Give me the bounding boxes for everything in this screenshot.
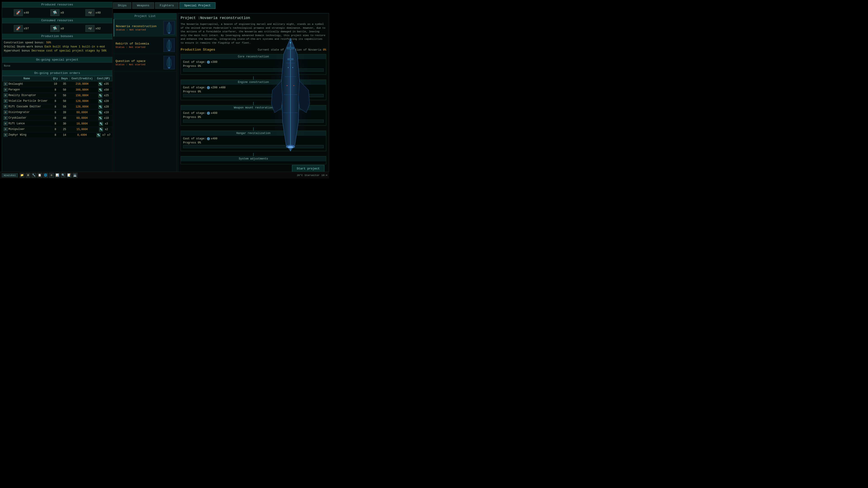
metal-icon [207,111,210,115]
consumed-count-3: x92 [95,27,101,30]
ongoing-special-project-section: On-going special project None [2,57,112,69]
table-row[interactable]: ⚙Disintegrator 8 39 60,000¢ 🔩 x10 [2,109,112,115]
taskbar-location: Starsector [305,174,320,177]
item-icon: ⚙ [4,99,8,103]
taskbar-app-4[interactable]: 📋 [37,173,42,178]
taskbar-app-9[interactable]: 📝 [67,173,72,178]
ship-icon-1: 🚀 [14,9,23,16]
left-panel: Produced resources 🚀 x40 🛸 x0 🛩 x40 Cons… [2,2,113,176]
taskbar-app-7[interactable]: 📊 [55,173,60,178]
production-orders-section: On-going production orders Name Qty Days… [2,70,112,138]
list-item[interactable]: Novaeria reconstruction Status : Not sta… [114,19,177,37]
col-cost-credits: Cost(Credits) [69,76,95,81]
list-item[interactable]: Question of space Status : Not started [114,54,177,71]
col-days: Days [59,76,69,81]
bonus-value-2: Each built ship have 1 built-in s-mod [44,45,105,48]
order-cost-credits: 120,000¢ [69,98,95,104]
consumed-resources-row: 🚀 x97 🛸 x0 🛩 x92 [2,23,112,34]
table-row[interactable]: ⚙Minipulser 8 25 15,000¢ 🔩 x2 [2,127,112,132]
table-row[interactable]: ⚙Onslaught 10 35 210,000¢ 🔩 x35 [2,81,112,87]
tab-fighters[interactable]: Fighters [155,2,179,9]
tab-weapons[interactable]: Weapons [132,2,154,9]
table-row[interactable]: ⚙Cryoblaster 8 40 60,000¢ 🔩 x10 [2,115,112,121]
order-cost-credits: 8,400¢ [69,132,95,138]
project-status: Status : Not started [116,46,162,48]
bonus-value-1: 50% [46,41,51,44]
consumed-item-2: 🛸 x0 [51,25,64,32]
order-name: Rift Lance [8,122,25,125]
produced-count-2: x0 [60,11,64,14]
consumed-ship-icon-1: 🚀 [14,25,23,32]
order-days: 14 [59,132,69,138]
project-name: Rebirth of Solvemia [116,42,162,45]
taskbar-app-2[interactable]: 🖥 [26,173,31,178]
taskbar-app-10[interactable]: 💻 [72,173,78,178]
tab-special-project[interactable]: Special Project [180,2,215,9]
gp-icon: 🔩 [96,133,101,137]
start-project-button[interactable]: Start project [292,165,324,172]
order-qty: 8 [51,132,59,138]
consumed-count-1: x97 [24,27,29,30]
gp-icon: 🔩 [98,105,102,109]
table-row[interactable]: ⚙Reality Disruptor 8 50 150,000¢ 🔩 x25 [2,93,112,98]
table-row[interactable]: ⚙Rift Cascade Emitter 8 50 120,000¢ 🔩 x2… [2,104,112,109]
table-row[interactable]: ⚙Zephyr Wing 8 14 8,400¢ 🔩 x7 x7 [2,132,112,138]
taskbar-app-5[interactable]: 🌐 [43,173,48,178]
ship-icon-3: 🛩 [86,9,94,16]
item-icon: ⚙ [4,110,8,114]
svg-point-8 [168,67,170,68]
order-cost-gp: 🔩 x7 x7 [95,132,112,138]
production-bonuses-header: Production bonuses [2,34,112,39]
item-icon: ⚙ [4,133,8,137]
item-icon: ⚙ [4,82,8,86]
table-row[interactable]: ⚙Paragon 8 50 300,000¢ 🔩 x50 [2,87,112,93]
taskbar-app-3[interactable]: 🔧 [31,173,36,178]
stage-content [181,161,326,164]
production-bonuses: Construction speed bonus: 50% Orbital Sk… [2,39,112,55]
order-days: 40 [59,115,69,121]
ship-visualization [254,31,327,158]
produced-item-3: 🛩 x40 [86,9,101,16]
project-list-header: Project List [114,13,177,19]
order-cost-gp: 🔩 x3 [95,121,112,127]
produced-count-1: x40 [24,11,29,14]
col-cost-gp: Cost(GP) [95,76,112,81]
project-ship-image [163,56,175,69]
list-item[interactable]: Rebirth of Solvemia Status : Not started [114,37,177,54]
svg-point-24 [292,67,293,68]
bonus-label-1: Construction speed bonus: [4,41,46,44]
item-icon: ⚙ [4,116,8,120]
gp-icon: 🔩 [98,82,102,86]
taskbar-right: 26°C Starsector 10:4 [297,174,327,177]
order-cost-credits: 15,000¢ [69,127,95,132]
order-cost-credits: 210,000¢ [69,81,95,87]
bonus-label-2: Orbital Skunk-work bonus [4,45,44,48]
metal-icon [207,86,210,89]
produced-item-2: 🛸 x0 [51,9,64,16]
taskbar-app-8[interactable]: 🔍 [61,173,66,178]
order-days: 50 [59,104,69,109]
metal-icon [207,137,210,140]
order-name: Rift Cascade Emitter [8,105,41,108]
order-qty: 8 [51,109,59,115]
table-row[interactable]: ⚙Rift Lance 8 30 18,000¢ 🔩 x3 [2,121,112,127]
order-name: Disintegrator [8,111,30,114]
table-row[interactable]: ⚙Volatile Particle Driver 8 50 120,000¢ … [2,98,112,104]
navigation-tabs: Ships Weapons Fighters Special Project [113,2,215,9]
svg-point-22 [290,42,291,43]
taskbar-app-1[interactable]: 📁 [20,173,25,178]
project-name: Novaeria reconstruction [116,25,162,28]
project-list-panel: Project List Novaeria reconstruction Sta… [114,13,177,176]
tab-ships[interactable]: Ships [113,2,131,9]
order-qty: 8 [51,104,59,109]
consumed-resources-header: Consumed resources [2,18,112,23]
bonus-line-3: Hypershunt bonus Decrease cost of specia… [4,49,111,53]
gp-icon: 🔩 [98,116,102,120]
taskbar-start[interactable]: Wywzukai [2,173,18,177]
bonus-label-3: Hypershunt bonus [4,49,31,53]
item-icon: ⚙ [4,88,8,92]
order-cost-gp: 🔩 x20 [95,104,112,109]
svg-point-2 [168,33,170,33]
taskbar-app-6[interactable]: ⚙ [49,173,54,178]
order-cost-credits: 300,000¢ [69,87,95,93]
